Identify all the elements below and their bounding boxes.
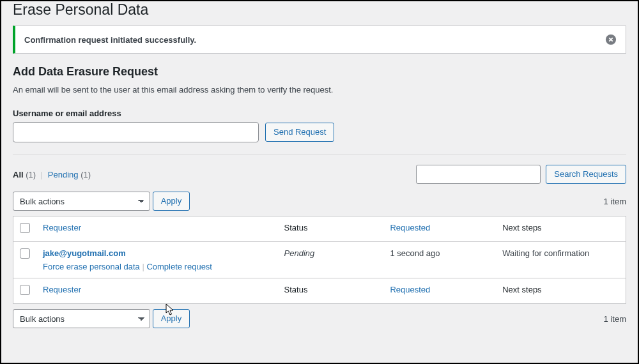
- close-icon[interactable]: [605, 34, 617, 45]
- email-field[interactable]: [13, 122, 259, 142]
- search-input[interactable]: [416, 165, 541, 184]
- col-requested[interactable]: Requested: [383, 216, 496, 242]
- filter-all[interactable]: All: [13, 170, 24, 179]
- force-erase-link[interactable]: Force erase personal data: [43, 262, 140, 271]
- filter-pending[interactable]: Pending: [48, 170, 79, 179]
- col-next-foot: Next steps: [496, 278, 626, 304]
- section-description: An email will be sent to the user at thi…: [13, 85, 626, 95]
- filter-views: All (1) | Pending (1): [13, 170, 91, 179]
- select-all-bottom[interactable]: [20, 285, 30, 295]
- row-status: Pending: [284, 248, 315, 258]
- col-status-foot: Status: [278, 278, 384, 304]
- item-count-bottom: 1 item: [604, 314, 626, 324]
- apply-button-bottom[interactable]: Apply: [153, 309, 190, 328]
- row-checkbox[interactable]: [20, 248, 30, 259]
- col-requester[interactable]: Requester: [36, 216, 278, 242]
- filter-pending-count: (1): [81, 170, 91, 179]
- notice-message: Confirmation request initiated successfu…: [24, 35, 196, 45]
- bulk-actions-select-top[interactable]: Bulk actions: [13, 192, 150, 211]
- select-all-top[interactable]: [20, 223, 30, 233]
- col-requester-foot[interactable]: Requester: [36, 278, 278, 304]
- requests-table: Requester Status Requested Next steps ja…: [13, 216, 626, 304]
- col-next: Next steps: [496, 216, 626, 242]
- item-count-top: 1 item: [604, 197, 626, 206]
- col-status: Status: [278, 216, 384, 242]
- complete-request-link[interactable]: Complete request: [146, 262, 212, 271]
- row-next-steps: Waiting for confirmation: [496, 242, 626, 278]
- email-field-label: Username or email address: [13, 109, 626, 118]
- row-requested: 1 second ago: [383, 242, 496, 278]
- success-notice: Confirmation request initiated successfu…: [13, 26, 626, 54]
- page-title: Erase Personal Data: [13, 1, 626, 22]
- section-heading: Add Data Erasure Request: [13, 65, 626, 79]
- apply-button-top[interactable]: Apply: [153, 192, 190, 211]
- bulk-actions-select-bottom[interactable]: Bulk actions: [13, 309, 150, 328]
- table-row: jake@yugotmail.com Force erase personal …: [13, 242, 626, 278]
- requester-email[interactable]: jake@yugotmail.com: [43, 248, 126, 258]
- send-request-button[interactable]: Send Request: [265, 123, 334, 142]
- col-requested-foot[interactable]: Requested: [383, 278, 496, 304]
- search-requests-button[interactable]: Search Requests: [546, 165, 626, 184]
- filter-all-count: (1): [26, 170, 36, 179]
